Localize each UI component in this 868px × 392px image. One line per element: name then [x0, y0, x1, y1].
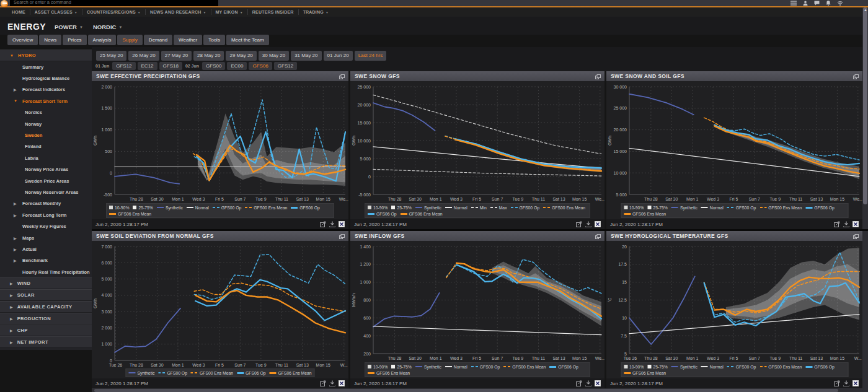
tab-overview[interactable]: Overview — [7, 35, 38, 45]
menu-item-reuters-insider[interactable]: REUTERS INSIDER — [248, 9, 299, 15]
sidebar-item-latvia[interactable]: Latvia — [0, 152, 92, 163]
run-button-02-jun-gfs06[interactable]: GFS06 — [249, 62, 272, 70]
profile-icon[interactable] — [803, 1, 808, 6]
sidebar-section-wind[interactable]: ▶WIND — [0, 277, 92, 289]
popout-icon[interactable] — [853, 71, 859, 82]
open-external-icon[interactable] — [320, 378, 326, 389]
sidebar-item-forecast-short-term[interactable]: ▼Forecast Short Term — [0, 95, 92, 107]
date-button-27-may-20[interactable]: 27 May 20 — [161, 51, 192, 61]
excel-export-icon[interactable] — [339, 378, 345, 389]
download-icon[interactable] — [329, 219, 335, 230]
download-icon[interactable] — [329, 378, 335, 389]
popout-icon[interactable] — [339, 230, 345, 242]
sidebar-item-forecast-indicators[interactable]: ▶Forecast Indicators — [0, 84, 92, 95]
signal-icon[interactable] — [837, 1, 843, 6]
selector-nordic[interactable]: NORDIC▼ — [93, 24, 122, 30]
y-tick-label: 800 — [363, 298, 371, 302]
open-external-icon[interactable] — [576, 378, 582, 389]
download-icon[interactable] — [843, 378, 849, 389]
open-external-icon[interactable] — [834, 378, 840, 389]
sidebar-item-forecast-monthly[interactable]: ▶Forecast Monthly — [0, 198, 92, 209]
menu-item-asset-classes[interactable]: ASSET CLASSES▼ — [30, 9, 82, 15]
sidebar-section-solar[interactable]: ▶SOLAR — [0, 289, 92, 301]
sidebar-section-available-capacity[interactable]: ▶AVAILABLE CAPACITY — [0, 301, 92, 313]
scrollbar-thumb[interactable] — [863, 7, 867, 204]
tab-weather[interactable]: Weather — [174, 35, 202, 45]
horizontal-scrollbar-thumb[interactable] — [94, 389, 838, 392]
tab-meet-the-team[interactable]: Meet the Team — [226, 35, 269, 45]
excel-export-icon[interactable] — [595, 219, 601, 230]
menu-item-news-and-research[interactable]: NEWS AND RESEARCH▼ — [146, 9, 211, 15]
date-button-28-may-20[interactable]: 28 May 20 — [193, 51, 224, 61]
sidebar-item-maps[interactable]: ▶Maps — [0, 232, 92, 243]
sidebar-item-hourly-real-time-precipitation[interactable]: Hourly Real Time Precipitation — [0, 266, 92, 277]
sidebar-item-nordics[interactable]: Nordics — [0, 107, 92, 118]
date-button-30-may-20[interactable]: 30 May 20 — [259, 51, 289, 61]
sidebar-item-weekly-key-figures[interactable]: Weekly Key Figures — [0, 220, 92, 232]
menu-item-home[interactable]: HOME — [7, 9, 30, 15]
excel-export-icon[interactable] — [852, 378, 859, 389]
popout-icon[interactable] — [595, 230, 601, 242]
tab-tools[interactable]: Tools — [203, 35, 225, 45]
excel-export-icon[interactable] — [595, 378, 601, 389]
sidebar-item-norway[interactable]: Norway — [0, 118, 92, 129]
date-button-25-may-20[interactable]: 25 May 20 — [96, 51, 126, 61]
scrollbar-up-arrow[interactable]: ▲ — [864, 8, 867, 12]
popout-icon[interactable] — [595, 71, 601, 82]
menu-item-countries-regions[interactable]: COUNTRIES/REGIONS▼ — [82, 9, 146, 15]
chat-icon[interactable] — [814, 1, 820, 6]
notifications-icon[interactable] — [826, 1, 831, 6]
sidebar-item-forecast-long-term[interactable]: ▶Forecast Long Term — [0, 209, 92, 220]
download-icon[interactable] — [585, 219, 591, 230]
run-button-01-jun-gfs12[interactable]: GFS12 — [112, 62, 135, 70]
open-external-icon[interactable] — [834, 219, 840, 230]
date-button-01-jun-20[interactable]: 01 Jun 20 — [324, 51, 353, 61]
sidebar-item-finland[interactable]: Finland — [0, 141, 92, 152]
popout-icon[interactable] — [339, 71, 345, 82]
date-button-26-may-20[interactable]: 26 May 20 — [128, 51, 159, 61]
sidebar-item-summary[interactable]: Summary — [0, 61, 92, 72]
sidebar-item-norway-reservoir-areas[interactable]: Norway Reservoir Areas — [0, 186, 92, 198]
sidebar-item-hydrological-balance[interactable]: Hydrological Balance — [0, 72, 92, 84]
sidebar-section-net-import[interactable]: ▶NET IMPORT — [0, 336, 92, 348]
selector-power[interactable]: POWER▼ — [55, 24, 83, 30]
sidebar-item-actual[interactable]: ▶Actual — [0, 243, 92, 255]
tab-supply[interactable]: Supply — [117, 35, 142, 45]
horizontal-scrollbar[interactable] — [92, 388, 863, 392]
sidebar-item-sweden-price-areas[interactable]: Sweden Price Areas — [0, 175, 92, 186]
date-button-31-may-20[interactable]: 31 May 20 — [291, 51, 321, 61]
download-icon[interactable] — [585, 378, 591, 389]
tab-demand[interactable]: Demand — [144, 35, 172, 45]
vertical-scrollbar[interactable]: ▲ — [862, 7, 868, 392]
date-button-29-may-20[interactable]: 29 May 20 — [226, 51, 256, 61]
run-button-02-jun-ec00[interactable]: EC00 — [227, 62, 247, 70]
sidebar-section-hydro[interactable]: ▼HYDRO — [0, 50, 92, 61]
search-input[interactable] — [10, 0, 218, 6]
sidebar-item-norway-price-areas[interactable]: Norway Price Areas — [0, 164, 92, 175]
date-button-last-24-hrs[interactable]: Last 24 hrs — [355, 51, 387, 61]
excel-export-icon[interactable] — [852, 219, 859, 230]
download-icon[interactable] — [843, 219, 849, 230]
run-button-02-jun-gfs00[interactable]: GFS00 — [202, 62, 225, 70]
sidebar-item-sweden[interactable]: Sweden — [0, 129, 92, 141]
open-external-icon[interactable] — [576, 219, 582, 230]
run-button-01-jun-gfs18[interactable]: GFS18 — [159, 62, 182, 70]
eikon-logo-icon[interactable] — [1, 0, 8, 7]
run-button-02-jun-gfs12[interactable]: GFS12 — [274, 62, 297, 70]
search-box[interactable] — [10, 0, 218, 6]
open-external-icon[interactable] — [320, 219, 326, 230]
excel-export-icon[interactable] — [339, 219, 345, 230]
run-button-01-jun-ec12[interactable]: EC12 — [138, 62, 157, 70]
x-tick-label: Sat 13 — [552, 197, 565, 201]
menu-item-my-eikon[interactable]: MY EIKON▼ — [211, 9, 248, 15]
tab-analysis[interactable]: Analysis — [88, 35, 117, 45]
tab-prices[interactable]: Prices — [63, 35, 86, 45]
popout-icon[interactable] — [853, 230, 859, 242]
tab-news[interactable]: News — [39, 35, 61, 45]
sidebar-item-benchmark[interactable]: ▶Benchmark — [0, 255, 92, 266]
legend-entry-gfs06-ens-mean: GFS06 Ens Mean — [624, 211, 666, 217]
menu-icon[interactable] — [790, 1, 797, 6]
sidebar-section-chp[interactable]: ▶CHP — [0, 324, 92, 336]
sidebar-section-production[interactable]: ▶PRODUCTION — [0, 313, 92, 324]
menu-item-trading[interactable]: TRADING▼ — [299, 9, 333, 15]
